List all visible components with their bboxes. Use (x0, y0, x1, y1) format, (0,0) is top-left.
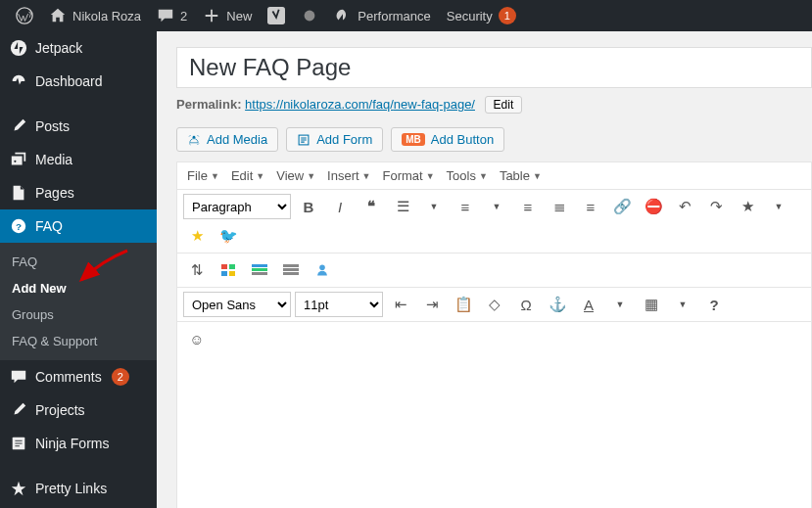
indent-button[interactable]: ⇥ (418, 292, 446, 317)
chevron-down-icon[interactable]: ▼ (606, 292, 634, 317)
site-name[interactable]: Nikola Roza (41, 0, 149, 31)
chevron-down-icon[interactable]: ▼ (420, 194, 448, 219)
undo-button[interactable]: ↶ (671, 194, 698, 219)
user-icon[interactable] (309, 257, 336, 283)
outdent-button[interactable]: ⇤ (387, 292, 414, 317)
editor-menubar: File▼ Edit▼ View▼ Insert▼ Format▼ Tools▼… (177, 162, 811, 190)
blockquote-button[interactable]: ❝ (358, 194, 385, 219)
star-icon[interactable]: ★ (734, 194, 761, 219)
sidebar-item-label: Pages (35, 185, 74, 201)
svg-rect-14 (252, 264, 267, 267)
svg-point-8 (193, 135, 196, 138)
chevron-down-icon: ▼ (256, 171, 264, 181)
permalink-link[interactable]: https://nikolaroza.com/faq/new-faq-page/ (245, 97, 475, 112)
sidebar-ninja-forms[interactable]: Ninja Forms (0, 427, 157, 460)
bullet-list-button[interactable]: ☰ (389, 194, 416, 219)
toggle-icon[interactable] (246, 257, 273, 283)
sidebar-dashboard[interactable]: Dashboard (0, 65, 157, 98)
text-color-button[interactable]: A (575, 292, 602, 317)
add-form-button[interactable]: Add Form (286, 127, 383, 152)
editor-body[interactable] (177, 355, 811, 508)
comments-badge: 2 (112, 368, 129, 386)
sidebar-media[interactable]: Media (0, 143, 157, 176)
toolbar-new[interactable]: New (195, 0, 260, 31)
font-family-select[interactable]: Open Sans (183, 292, 291, 317)
rows-icon[interactable] (277, 257, 305, 283)
menu-file[interactable]: File▼ (183, 166, 223, 185)
wp-logo[interactable] (8, 0, 41, 31)
svg-rect-13 (229, 271, 235, 276)
table-button[interactable]: ▦ (638, 292, 665, 317)
submenu-faq[interactable]: FAQ (0, 249, 157, 275)
clear-format-button[interactable]: ◇ (481, 292, 508, 317)
sidebar-item-label: Jetpack (35, 40, 82, 56)
menu-tools[interactable]: Tools▼ (443, 166, 492, 185)
svg-text:?: ? (16, 221, 22, 232)
yoast-icon[interactable] (260, 0, 293, 31)
chevron-down-icon: ▼ (533, 171, 542, 181)
svg-rect-11 (229, 264, 235, 269)
add-button-button[interactable]: MBAdd Button (391, 127, 504, 152)
number-list-button[interactable]: ≡ (452, 194, 479, 219)
align-left-button[interactable]: ≡ (514, 194, 542, 219)
chevron-down-icon[interactable]: ▼ (765, 194, 792, 219)
performance-label: Performance (358, 9, 430, 23)
sidebar-item-label: Media (35, 152, 72, 167)
chevron-down-icon: ▼ (211, 171, 219, 181)
add-media-button[interactable]: Add Media (176, 127, 278, 152)
edit-permalink-button[interactable]: Edit (485, 96, 523, 114)
svg-rect-18 (283, 268, 299, 271)
star-icon[interactable]: ★ (183, 223, 211, 249)
svg-point-3 (11, 40, 26, 56)
special-char-button[interactable]: Ω (512, 292, 540, 317)
chevron-down-icon: ▼ (362, 171, 371, 181)
menu-edit[interactable]: Edit▼ (227, 166, 268, 185)
sidebar-item-label: Comments (35, 369, 102, 385)
redo-button[interactable]: ↷ (702, 194, 730, 219)
sidebar-faq[interactable]: ?FAQ (0, 209, 157, 243)
align-center-button[interactable]: ≣ (546, 194, 573, 219)
anchor-button[interactable]: ⚓ (544, 292, 571, 317)
menu-view[interactable]: View▼ (272, 166, 319, 185)
security[interactable]: Security1 (439, 0, 524, 31)
post-title-input[interactable] (176, 47, 812, 88)
chevron-down-icon[interactable]: ▼ (483, 194, 510, 219)
align-right-button[interactable]: ≡ (577, 194, 604, 219)
content-area: Permalink: https://nikolaroza.com/faq/ne… (157, 31, 812, 508)
menu-insert[interactable]: Insert▼ (323, 166, 374, 185)
bold-button[interactable]: B (295, 194, 322, 219)
submenu-support[interactable]: FAQ & Support (0, 328, 157, 354)
columns-icon[interactable] (215, 257, 242, 283)
sidebar-posts[interactable]: Posts (0, 110, 157, 143)
menu-table[interactable]: Table▼ (496, 166, 546, 185)
sidebar-pretty-links[interactable]: Pretty Links (0, 472, 157, 505)
submenu-groups[interactable]: Groups (0, 301, 157, 328)
new-label: New (226, 9, 252, 23)
link-button[interactable]: 🔗 (608, 194, 636, 219)
chevron-down-icon[interactable]: ▼ (669, 292, 696, 317)
emoji-button[interactable]: ☺ (183, 326, 211, 351)
svg-rect-16 (252, 272, 267, 275)
paste-text-button[interactable]: 📋 (450, 292, 477, 317)
format-icon[interactable]: ⇅ (183, 257, 211, 283)
sidebar-projects[interactable]: Projects (0, 393, 157, 427)
sidebar-pages[interactable]: Pages (0, 176, 157, 209)
italic-button[interactable]: I (326, 194, 354, 219)
sidebar-comments[interactable]: Comments2 (0, 360, 157, 393)
svg-rect-17 (283, 264, 299, 267)
menu-format[interactable]: Format▼ (379, 166, 439, 185)
twitter-icon[interactable]: 🐦 (215, 223, 242, 249)
admin-sidebar: Jetpack Dashboard Posts Media Pages ?FAQ… (0, 31, 157, 508)
submenu-add-new[interactable]: Add New (0, 275, 157, 301)
font-size-select[interactable]: 11pt (295, 292, 383, 317)
comments-count: 2 (180, 9, 187, 23)
unlink-button[interactable]: ⛔ (640, 194, 667, 219)
security-label: Security (447, 9, 493, 23)
help-button[interactable]: ? (700, 292, 728, 317)
toolbar-comments[interactable]: 2 (149, 0, 195, 31)
sidebar-jetpack[interactable]: Jetpack (0, 31, 157, 65)
format-select[interactable]: Paragraph (183, 194, 291, 219)
sidebar-item-label: Dashboard (35, 73, 103, 89)
dot-icon[interactable] (293, 0, 326, 31)
performance[interactable]: Performance (326, 0, 438, 31)
